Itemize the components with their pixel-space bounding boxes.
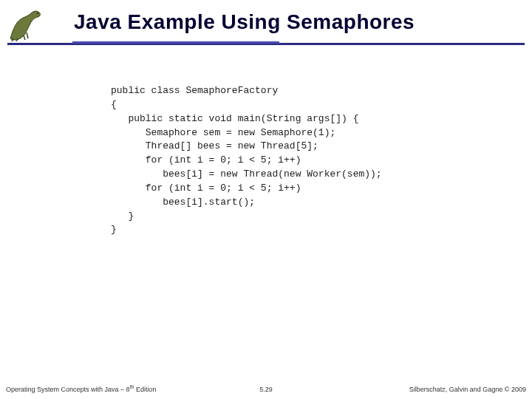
svg-point-0 [37,13,38,14]
code-line: Thread[] bees = new Thread[5]; [111,140,382,154]
slide-title: Java Example Using Semaphores [74,10,415,34]
footer-left: Operating System Concepts with Java – 8t… [6,384,156,393]
code-line: bees[i] = new Thread(new Worker(sem)); [111,168,382,182]
code-block: public class SemaphoreFactory { public s… [111,84,382,237]
code-line: } [111,223,382,237]
dinosaur-logo-icon [6,6,44,43]
footer-copyright: Silberschatz, Galvin and Gagne © 2009 [409,386,526,393]
code-line: public class SemaphoreFactory [111,84,382,98]
slide-header: Java Example Using Semaphores [0,0,532,53]
code-line: Semaphore sem = new Semaphore(1); [111,126,382,140]
page-number: 5.29 [259,386,273,393]
code-line: for (int i = 0; i < 5; i++) [111,154,382,168]
title-underline-accent [72,41,279,44]
code-line: bees[i].start(); [111,196,382,210]
code-line: { [111,98,382,112]
code-line: for (int i = 0; i < 5; i++) [111,182,382,196]
code-line: public static void main(String args[]) { [111,112,382,126]
slide-footer: Operating System Concepts with Java – 8t… [0,381,532,393]
footer-left-prefix: Operating System Concepts with Java – 8 [6,386,130,393]
code-line: } [111,210,382,224]
footer-left-suffix: Edition [134,386,156,393]
